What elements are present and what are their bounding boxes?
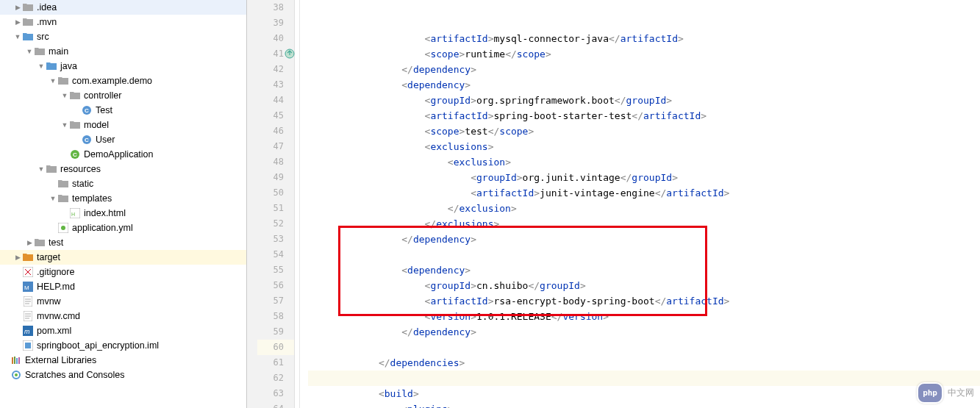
fold-guide[interactable] <box>299 15 308 31</box>
code-line[interactable]: <build> <box>308 386 980 401</box>
line-number[interactable]: 51 <box>257 201 294 216</box>
code-line[interactable]: <scope>test</scope> <box>308 124 980 139</box>
tree-class-test[interactable]: CTest <box>0 103 246 118</box>
chevron-icon[interactable]: ▼ <box>25 48 34 55</box>
fold-guide[interactable] <box>299 62 308 77</box>
fold-guide[interactable] <box>299 386 308 401</box>
fold-guide[interactable] <box>299 324 308 340</box>
code-line[interactable]: <groupId>org.springframework.boot</group… <box>308 93 980 108</box>
tree-controller[interactable]: ▼controller <box>0 88 246 103</box>
code-line[interactable]: </exclusions> <box>308 216 980 232</box>
code-line[interactable]: <dependency> <box>308 77 980 93</box>
line-number-gutter[interactable]: 3839404142434445464748495051525354555657… <box>257 0 295 408</box>
fold-guide[interactable] <box>299 401 308 408</box>
line-number[interactable]: 41 <box>257 46 294 62</box>
line-number[interactable]: 54 <box>257 247 294 262</box>
fold-guide[interactable] <box>299 170 308 185</box>
code-line[interactable]: <groupId>org.junit.vintage</groupId> <box>308 170 980 185</box>
fold-guide[interactable] <box>299 77 308 93</box>
line-number[interactable]: 52 <box>257 216 294 232</box>
chevron-icon[interactable]: ▼ <box>37 165 46 173</box>
line-number[interactable]: 64 <box>257 401 294 408</box>
fold-guide[interactable] <box>299 154 308 170</box>
tree-mvnw[interactable]: mvnw <box>0 294 246 309</box>
tree-class-user[interactable]: CUser <box>0 132 246 147</box>
fold-guide[interactable] <box>299 46 308 62</box>
fold-guide[interactable] <box>299 247 308 262</box>
chevron-icon[interactable]: ▼ <box>60 92 69 99</box>
code-line[interactable]: <artifactId>spring-boot-starter-test</ar… <box>308 108 980 124</box>
code-line[interactable]: <scope>runtime</scope> <box>308 46 980 62</box>
fold-guide[interactable] <box>299 293 308 309</box>
fold-guide[interactable] <box>299 124 308 139</box>
line-number[interactable]: 48 <box>257 154 294 170</box>
line-number[interactable]: 57 <box>257 293 294 309</box>
chevron-icon[interactable]: ▼ <box>49 77 57 85</box>
tree-main[interactable]: ▼main <box>0 44 246 59</box>
code-line[interactable]: <version>1.0.1.RELEASE</version> <box>308 309 980 324</box>
tree-index-html[interactable]: Hindex.html <box>0 206 246 221</box>
tree-test[interactable]: ▶test <box>0 235 246 250</box>
fold-gutter[interactable] <box>295 0 308 408</box>
line-number[interactable]: 39 <box>257 15 294 31</box>
code-line[interactable]: </dependency> <box>308 324 980 340</box>
tree-class-demoapp[interactable]: CDemoApplication <box>0 147 246 162</box>
code-line[interactable]: </dependencies> <box>308 355 980 371</box>
code-line[interactable] <box>308 340 980 355</box>
tree-application-yml[interactable]: application.yml <box>0 221 246 235</box>
chevron-icon[interactable]: ▶ <box>25 239 34 246</box>
fold-guide[interactable] <box>299 108 308 124</box>
tree-idea[interactable]: ▶.idea <box>0 0 246 15</box>
line-number[interactable]: 61 <box>257 355 294 371</box>
fold-guide[interactable] <box>299 232 308 247</box>
line-number[interactable]: 55 <box>257 262 294 278</box>
fold-guide[interactable] <box>299 309 308 324</box>
tree-gitignore[interactable]: .gitignore <box>0 265 246 279</box>
line-number[interactable]: 38 <box>257 0 294 15</box>
code-line[interactable]: <dependency> <box>308 262 980 278</box>
line-number[interactable]: 47 <box>257 139 294 154</box>
tree-java[interactable]: ▼java <box>0 59 246 74</box>
chevron-icon[interactable]: ▼ <box>49 195 57 202</box>
fold-guide[interactable] <box>299 31 308 46</box>
code-line[interactable]: </dependency> <box>308 62 980 77</box>
code-line[interactable]: <exclusions> <box>308 139 980 154</box>
breakpoint-gutter[interactable] <box>247 0 257 408</box>
line-number[interactable]: 42 <box>257 62 294 77</box>
tree-templates[interactable]: ▼templates <box>0 191 246 206</box>
chevron-icon[interactable]: ▼ <box>60 121 69 129</box>
fold-guide[interactable] <box>299 139 308 154</box>
tree-target[interactable]: ▶target <box>0 250 246 265</box>
tree-src[interactable]: ▼src <box>0 29 246 44</box>
line-number[interactable]: 40 <box>257 31 294 46</box>
tree-package[interactable]: ▼com.example.demo <box>0 74 246 88</box>
fold-guide[interactable] <box>299 278 308 293</box>
fold-guide[interactable] <box>299 93 308 108</box>
line-number[interactable]: 58 <box>257 309 294 324</box>
fold-guide[interactable] <box>299 201 308 216</box>
code-line[interactable] <box>308 247 980 262</box>
tree-resources[interactable]: ▼resources <box>0 162 246 176</box>
code-line[interactable] <box>308 371 980 386</box>
code-line[interactable]: <groupId>cn.shuibo</groupId> <box>308 278 980 293</box>
fold-guide[interactable] <box>299 340 308 355</box>
tree-help-md[interactable]: MHELP.md <box>0 279 246 294</box>
line-number[interactable]: 43 <box>257 77 294 93</box>
tree-external-libs[interactable]: External Libraries <box>0 353 246 368</box>
tree-mvn[interactable]: ▶.mvn <box>0 15 246 29</box>
chevron-icon[interactable]: ▶ <box>13 254 22 261</box>
chevron-icon[interactable]: ▼ <box>37 62 46 70</box>
line-number[interactable]: 60 <box>257 340 294 355</box>
tree-static[interactable]: static <box>0 176 246 191</box>
chevron-icon[interactable]: ▶ <box>13 18 22 26</box>
fold-guide[interactable] <box>299 371 308 386</box>
line-number[interactable]: 62 <box>257 371 294 386</box>
chevron-icon[interactable]: ▼ <box>13 33 22 40</box>
line-number[interactable]: 45 <box>257 108 294 124</box>
tree-mvnw-cmd[interactable]: mvnw.cmd <box>0 309 246 323</box>
line-number[interactable]: 59 <box>257 324 294 340</box>
fold-guide[interactable] <box>299 262 308 278</box>
tree-scratches[interactable]: Scratches and Consoles <box>0 368 246 382</box>
line-number[interactable]: 46 <box>257 124 294 139</box>
code-line[interactable]: </dependency> <box>308 232 980 247</box>
